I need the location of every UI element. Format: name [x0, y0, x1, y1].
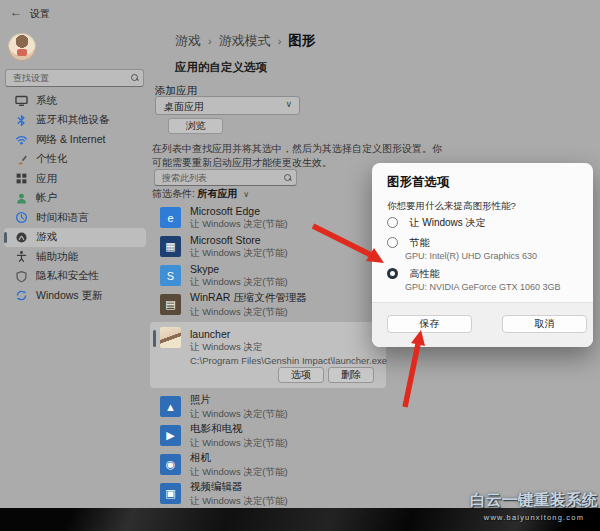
sidebar-item-privacy[interactable]: 隐私和安全性 — [4, 267, 146, 287]
sidebar-item-label: 蓝牙和其他设备 — [36, 113, 110, 127]
app-row[interactable]: e Microsoft Edge 让 Windows 决定(节能) — [150, 203, 400, 232]
sidebar-item-accounts[interactable]: 帐户 — [4, 189, 146, 209]
sidebar-item-time-language[interactable]: 时间和语言 — [4, 208, 146, 228]
personalization-icon — [15, 153, 28, 166]
app-name: launcher — [190, 328, 387, 340]
sidebar-item-accessibility[interactable]: 辅助功能 — [4, 247, 146, 267]
sidebar-item-label: 网络 & Internet — [36, 133, 105, 147]
apps-icon — [15, 172, 28, 185]
sidebar-item-apps[interactable]: 应用 — [4, 169, 146, 189]
chevron-down-icon: ∨ — [243, 190, 249, 199]
sidebar-item-network[interactable]: 网络 & Internet — [4, 130, 146, 150]
sidebar-item-system[interactable]: 系统 — [4, 91, 146, 111]
save-button[interactable]: 保存 — [387, 315, 472, 333]
app-gpu-preference: 让 Windows 决定(节能) — [190, 466, 288, 479]
sidebar-item-label: 游戏 — [36, 230, 57, 244]
privacy-icon — [15, 270, 28, 283]
settings-search-input[interactable] — [11, 71, 125, 85]
app-path: C:\Program Files\Genshin Impact\launcher… — [190, 355, 387, 366]
app-name: Microsoft Store — [190, 234, 288, 246]
selected-indicator — [153, 330, 156, 347]
radio-option[interactable]: 让 Windows 决定 — [387, 213, 582, 231]
radio-button-icon[interactable] — [387, 237, 398, 248]
radio-option[interactable]: 高性能 GPU: NVIDIA GeForce GTX 1060 3GB — [387, 264, 582, 292]
dialog-question: 你想要用什么来提高图形性能? — [387, 200, 516, 213]
app-gpu-preference: 让 Windows 决定(节能) — [190, 306, 307, 319]
search-icon — [131, 74, 138, 81]
sidebar-item-gaming[interactable]: 游戏 — [4, 228, 146, 248]
options-button[interactable]: 选项 — [278, 367, 324, 383]
app-row[interactable]: ▶ 电影和电视 让 Windows 决定(节能) — [150, 421, 400, 450]
app-type-value: 桌面应用 — [164, 100, 204, 114]
sidebar-item-bluetooth[interactable]: 蓝牙和其他设备 — [4, 111, 146, 131]
system-icon — [15, 94, 28, 107]
chevron-down-icon: ∨ — [285, 99, 292, 109]
app-row[interactable]: ▦ Microsoft Store 让 Windows 决定(节能) — [150, 232, 400, 261]
sidebar-item-personalization[interactable]: 个性化 — [4, 150, 146, 170]
app-row[interactable]: ▲ 照片 让 Windows 决定(节能) — [150, 392, 400, 421]
app-type-dropdown[interactable]: 桌面应用 ∨ — [155, 96, 300, 115]
gpu-name: GPU: Intel(R) UHD Graphics 630 — [405, 251, 582, 261]
app-gpu-preference: 让 Windows 决定(节能) — [190, 495, 288, 508]
winrar-icon: ▤ — [160, 294, 181, 315]
gpu-name: GPU: NVIDIA GeForce GTX 1060 3GB — [405, 282, 582, 292]
skype-icon: S — [160, 265, 181, 286]
remove-button[interactable]: 删除 — [328, 367, 374, 383]
filter-row[interactable]: 筛选条件: 所有应用 ∨ — [152, 187, 249, 201]
gaming-icon — [15, 231, 28, 244]
settings-window: ← 设置 系统 蓝牙和其他设备 网络 & Internet 个性化 应用 帐户 … — [0, 0, 600, 531]
app-row[interactable]: ◉ 相机 让 Windows 决定(节能) — [150, 450, 400, 479]
movies-tv-icon: ▶ — [160, 425, 181, 446]
accessibility-icon — [15, 250, 28, 263]
app-name: 视频编辑器 — [190, 480, 288, 494]
list-search-input[interactable] — [160, 171, 274, 185]
search-icon — [284, 174, 291, 181]
cancel-button[interactable]: 取消 — [502, 315, 587, 333]
radio-button-icon[interactable] — [387, 217, 398, 228]
avatar[interactable] — [8, 33, 36, 61]
app-row[interactable]: S Skype 让 Windows 决定(节能) — [150, 261, 400, 290]
network-icon — [15, 133, 28, 146]
window-title: 设置 — [30, 7, 50, 21]
app-gpu-preference: 让 Windows 决定(节能) — [190, 408, 288, 421]
accounts-icon — [15, 192, 28, 205]
radio-label: 高性能 — [409, 266, 439, 282]
dialog-options: 让 Windows 决定 节能 GPU: Intel(R) UHD Graphi… — [387, 213, 582, 295]
radio-label: 让 Windows 决定 — [409, 215, 485, 231]
app-row[interactable]: ▤ WinRAR 压缩文件管理器 让 Windows 决定(节能) — [150, 290, 400, 319]
app-gpu-preference: 让 Windows 决定(节能) — [190, 218, 288, 231]
settings-search[interactable] — [5, 69, 144, 87]
page-title: 图形 — [288, 33, 315, 48]
selected-indicator — [4, 232, 7, 243]
radio-button-icon[interactable] — [387, 268, 398, 279]
photos-icon: ▲ — [160, 396, 181, 417]
app-list: e Microsoft Edge 让 Windows 决定(节能) ▦ Micr… — [150, 203, 400, 508]
breadcrumb-gaming[interactable]: 游戏 — [175, 33, 201, 48]
radio-option[interactable]: 节能 GPU: Intel(R) UHD Graphics 630 — [387, 233, 582, 261]
list-search[interactable] — [154, 169, 297, 186]
section-title: 应用的自定义选项 — [175, 60, 267, 75]
sidebar-item-label: 应用 — [36, 172, 57, 186]
app-name: 电影和电视 — [190, 422, 288, 436]
sidebar-item-label: 帐户 — [36, 191, 57, 205]
sidebar-item-windows-update[interactable]: Windows 更新 — [4, 286, 146, 306]
browse-button[interactable]: 浏览 — [168, 118, 223, 134]
sidebar-item-label: Windows 更新 — [36, 289, 103, 303]
dialog-title: 图形首选项 — [387, 174, 450, 191]
app-name: 照片 — [190, 393, 288, 407]
sidebar-item-label: 系统 — [36, 94, 57, 108]
app-gpu-preference: 让 Windows 决定(节能) — [190, 276, 288, 289]
time-language-icon — [15, 211, 28, 224]
sidebar-item-label: 时间和语言 — [36, 211, 89, 225]
app-name: Microsoft Edge — [190, 205, 288, 217]
app-name: Skype — [190, 263, 288, 275]
back-button[interactable]: ← — [10, 5, 22, 19]
sidebar-item-label: 隐私和安全性 — [36, 269, 99, 283]
radio-label: 节能 — [409, 235, 429, 251]
app-row[interactable]: ▣ 视频编辑器 让 Windows 决定(节能) — [150, 479, 400, 508]
windows-update-icon — [15, 289, 28, 302]
breadcrumb-game-mode[interactable]: 游戏模式 — [219, 33, 271, 48]
breadcrumb-separator: › — [208, 35, 212, 47]
app-row[interactable]: launcher 让 Windows 决定 C:\Program Files\G… — [150, 322, 386, 388]
camera-icon: ◉ — [160, 454, 181, 475]
